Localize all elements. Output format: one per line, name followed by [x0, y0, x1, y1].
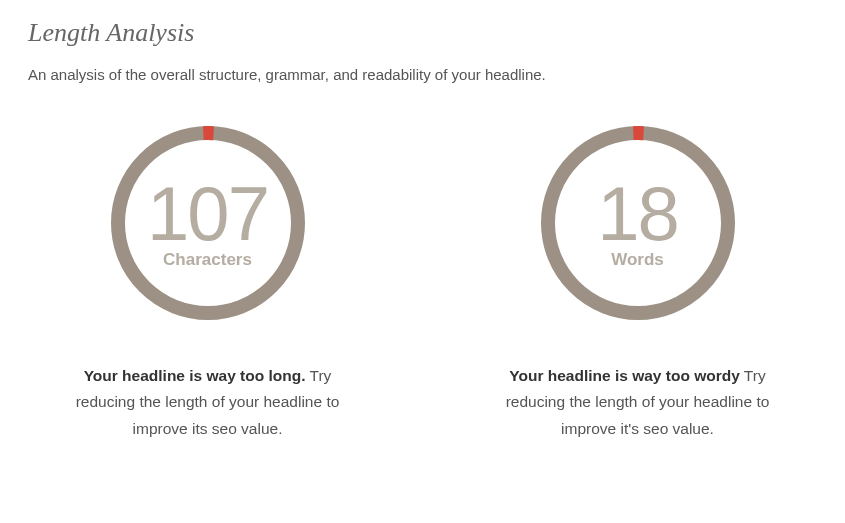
feedback-words: Your headline is way too wordy Try reduc… — [488, 363, 788, 442]
gauge-center: 18 Words — [538, 123, 738, 323]
gauge-characters: 107 Characters — [108, 123, 308, 323]
gauge-label-words: Words — [611, 250, 664, 270]
feedback-bold: Your headline is way too long. — [84, 367, 306, 384]
gauge-value-words: 18 — [597, 176, 678, 252]
gauge-value-characters: 107 — [147, 176, 268, 252]
metrics-row: 107 Characters Your headline is way too … — [28, 123, 817, 442]
section-subtitle: An analysis of the overall structure, gr… — [28, 66, 817, 83]
gauge-center: 107 Characters — [108, 123, 308, 323]
feedback-bold: Your headline is way too wordy — [509, 367, 740, 384]
gauge-label-characters: Characters — [163, 250, 252, 270]
metric-characters: 107 Characters Your headline is way too … — [48, 123, 368, 442]
feedback-characters: Your headline is way too long. Try reduc… — [58, 363, 358, 442]
metric-words: 18 Words Your headline is way too wordy … — [478, 123, 798, 442]
section-title: Length Analysis — [28, 18, 817, 48]
gauge-words: 18 Words — [538, 123, 738, 323]
